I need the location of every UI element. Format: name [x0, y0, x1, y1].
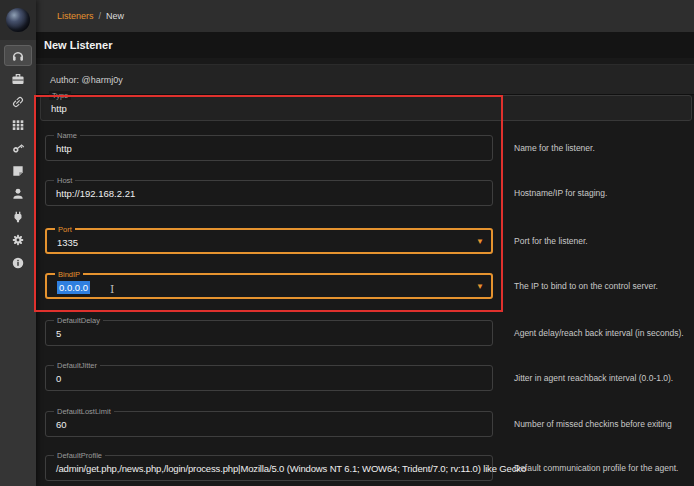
- type-select[interactable]: Type http: [40, 95, 692, 121]
- sidebar-item-modules[interactable]: [0, 113, 36, 136]
- sidebar: [0, 0, 36, 486]
- sidebar-nav: [0, 44, 36, 274]
- form-row-defaultdelay: DefaultDelay 5 Agent delay/reach back in…: [45, 320, 694, 346]
- host-help-text: Hostname/IP for staging.: [514, 180, 694, 206]
- form-row-name: Name http Name for the listener.: [45, 135, 694, 161]
- form-row-type: Type http: [40, 95, 692, 121]
- person-icon: [11, 187, 25, 201]
- form-row-defaultprofile: DefaultProfile /admin/get.php,/news.php,…: [45, 455, 694, 481]
- name-help-text: Name for the listener.: [514, 135, 694, 161]
- grid-icon: [11, 118, 25, 132]
- defaultdelay-value: 5: [56, 321, 61, 346]
- form-row-defaultjitter: DefaultJitter 0 Jitter in agent reachbac…: [45, 365, 694, 391]
- sidebar-item-listeners[interactable]: [0, 44, 36, 67]
- briefcase-icon: [11, 72, 25, 86]
- type-value: http: [51, 96, 67, 121]
- defaultprofile-help-text: Default communication profile for the ag…: [514, 455, 694, 481]
- chevron-down-icon[interactable]: ▼: [476, 275, 484, 299]
- form-row-defaultlostlimit: DefaultLostLimit 60 Number of missed che…: [45, 411, 694, 437]
- sidebar-item-settings[interactable]: [0, 228, 36, 251]
- defaultlostlimit-input[interactable]: DefaultLostLimit 60: [45, 411, 493, 437]
- defaultjitter-help-text: Jitter in agent reachback interval (0.0-…: [514, 365, 694, 391]
- name-input[interactable]: Name http: [45, 135, 493, 161]
- plug-icon: [11, 210, 25, 224]
- link-icon: [11, 95, 25, 109]
- bindip-value-selected: 0.0.0.0: [57, 281, 90, 294]
- defaultlostlimit-value: 60: [56, 412, 67, 437]
- sidebar-item-stagers[interactable]: [0, 67, 36, 90]
- name-value: http: [56, 136, 72, 161]
- defaultprofile-value: /admin/get.php,/news.php,/login/process.…: [56, 456, 526, 481]
- sidebar-item-agents[interactable]: [0, 90, 36, 113]
- bindip-combobox[interactable]: BindIP 0.0.0.0 ▼: [45, 273, 493, 299]
- defaultdelay-input[interactable]: DefaultDelay 5: [45, 320, 493, 346]
- host-input[interactable]: Host http://192.168.2.21: [45, 180, 493, 206]
- chevron-down-icon[interactable]: ▼: [476, 230, 484, 254]
- sidebar-item-credentials[interactable]: [0, 136, 36, 159]
- sidebar-item-reporting[interactable]: [0, 159, 36, 182]
- port-combobox[interactable]: Port 1335 ▼: [45, 228, 493, 254]
- info-icon: [11, 256, 25, 270]
- port-help-text: Port for the listener.: [514, 228, 694, 254]
- port-value: 1335: [57, 230, 78, 255]
- defaultdelay-label: DefaultDelay: [54, 316, 103, 325]
- starkiller-logo-icon: [6, 8, 30, 32]
- form-row-port: Port 1335 ▼ Port for the listener.: [45, 228, 694, 254]
- sidebar-item-users[interactable]: [0, 182, 36, 205]
- defaultlostlimit-help-text: Number of missed checkins before exiting: [514, 411, 694, 437]
- form-row-bindip: BindIP 0.0.0.0 ▼ The IP to bind to on th…: [45, 273, 694, 299]
- headphones-icon: [11, 49, 25, 63]
- gear-icon: [11, 233, 25, 247]
- bindip-help-text: The IP to bind to on the control server.: [514, 273, 694, 299]
- host-value: http://192.168.2.21: [56, 181, 135, 206]
- note-icon: [11, 164, 25, 178]
- sidebar-item-plugins[interactable]: [0, 205, 36, 228]
- defaultprofile-input[interactable]: DefaultProfile /admin/get.php,/news.php,…: [45, 455, 493, 481]
- defaultjitter-value: 0: [56, 366, 61, 391]
- app-logo[interactable]: [0, 0, 36, 40]
- defaultdelay-help-text: Agent delay/reach back interval (in seco…: [514, 320, 694, 346]
- key-icon: [11, 141, 25, 155]
- sidebar-item-about[interactable]: [0, 251, 36, 274]
- listener-form: Type http Name http Name for the listene…: [0, 0, 694, 486]
- form-row-host: Host http://192.168.2.21 Hostname/IP for…: [45, 180, 694, 206]
- defaultjitter-input[interactable]: DefaultJitter 0: [45, 365, 493, 391]
